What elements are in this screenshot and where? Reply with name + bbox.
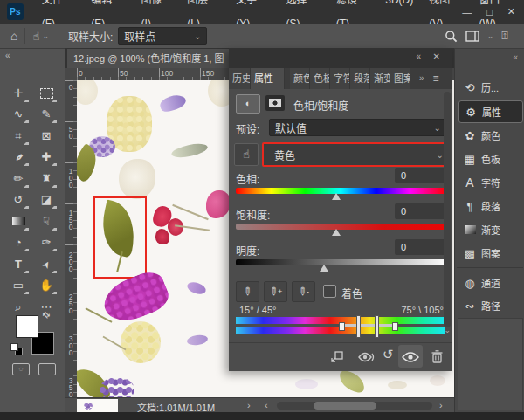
collapse-toolbar-icon[interactable]: « [5,51,10,60]
tool-preset-caret-icon[interactable]: ⌄ [42,31,49,40]
path-selection-tool[interactable]: ➤ [35,255,58,274]
range-inner-left-handle[interactable] [356,315,361,338]
sample-size-dropdown[interactable]: 取样点 ⌄ [118,27,207,45]
dock-item-character[interactable]: A 字符 [458,172,521,193]
collapse-panel-icon[interactable]: « [416,52,421,61]
flower-white-peony [119,159,155,199]
lightness-slider[interactable] [236,259,445,265]
shape-tool[interactable]: ▭ [7,276,30,295]
dock-item-history[interactable]: ⟲ 历... [458,77,521,98]
foreground-color-swatch[interactable] [16,315,38,338]
preset-dropdown[interactable]: 默认值 ⌄ [269,119,447,136]
frame-tool[interactable]: ⊠ [35,127,58,146]
crop-tool[interactable]: ⌗ [7,127,30,146]
empty-dock-panel [458,318,523,410]
saturation-slider[interactable] [236,224,445,230]
horizontal-scrollbar-thumb[interactable] [314,402,376,410]
brush-tool[interactable]: ✏ [7,169,30,189]
eyedropper-add-icon[interactable]: ✐+ [264,281,287,302]
hue-value-field[interactable]: 0 [395,168,450,183]
range-outer-right-handle[interactable] [392,322,398,331]
eyedropper-tool-preset-icon[interactable]: ☝ [32,30,39,43]
delete-icon[interactable] [431,350,443,363]
eyedropper-sample-icon[interactable]: ✐ [236,281,259,302]
layer-mask-icon[interactable] [265,95,285,111]
targeted-adjustment-icon[interactable]: ☝ [234,143,259,166]
range-inner-right-handle[interactable] [375,315,379,338]
maximize-button[interactable]: □ [486,7,493,17]
tab-paragraph[interactable]: 段落 [350,68,370,89]
healing-brush-tool[interactable]: ✚ [35,148,58,167]
clip-to-layer-icon[interactable] [330,351,343,362]
dock-item-channels[interactable]: ◍ 通道 [458,272,521,293]
panel-scrollbar[interactable] [444,92,451,327]
hue-slider-thumb[interactable] [332,193,341,200]
lightness-value-field[interactable]: 0 [395,239,450,255]
share-icon[interactable]: ⍐ [501,29,508,43]
tab-overflow-icon[interactable]: » [419,68,424,89]
channel-dropdown[interactable]: 黄色 ⌄ [262,142,451,167]
horizontal-scrollbar[interactable] [277,402,432,410]
adjustment-layer-icon[interactable]: ◐ [236,94,260,114]
workspace-caret-icon[interactable]: ⌄ [487,31,494,40]
move-tool[interactable]: ✛ [7,84,30,103]
dock-item-paths[interactable]: ∾ 路径 [458,295,521,316]
lightness-slider-thumb[interactable] [320,265,328,272]
range-outer-left-handle[interactable] [339,322,345,331]
smudge-tool[interactable]: ☟ [35,212,58,231]
hue-slider[interactable] [236,188,445,194]
gradient-tool[interactable] [7,212,30,231]
tab-color[interactable]: 颜色 [290,68,310,89]
home-icon[interactable]: ⌂ [10,29,17,43]
quick-selection-tool[interactable]: ✎ [35,105,58,124]
right-dock: « ⟲ 历... ⚙ 属性 ✿ 颜色 ▦ 色板 A 字符 ¶ 段落 渐变 [454,48,524,413]
workspace-icon[interactable] [465,31,479,42]
reset-icon[interactable]: ↺ [383,347,394,362]
minimize-button[interactable]: — [462,7,472,17]
dodge-tool[interactable]: ◔ [7,233,30,252]
close-panel-icon[interactable]: ✕ [433,52,440,61]
type-tool[interactable]: T [7,255,30,274]
panel-scroll-down-icon[interactable]: ⌄ [444,326,451,334]
dock-item-paragraph[interactable]: ¶ 段落 [458,196,521,217]
tab-swatches[interactable]: 色板 [310,68,330,89]
tab-properties[interactable]: 属性 [251,68,285,89]
dock-item-swatches[interactable]: ▦ 色板 [458,148,521,169]
colorize-checkbox[interactable] [323,285,336,298]
zoom-tool[interactable]: ⌕ [7,298,30,317]
close-button[interactable]: ✕ [507,6,515,17]
dock-item-properties[interactable]: ⚙ 属性 [458,100,523,123]
panel-menu-icon[interactable]: ≡ [433,68,439,89]
dock-item-patterns[interactable]: ▩ 图案 [458,243,521,264]
marquee-tool[interactable] [35,84,58,103]
pen-tool[interactable]: ✑ [35,233,58,252]
tab-gradients[interactable]: 渐变 [370,68,390,89]
default-colors-icon[interactable] [10,343,18,351]
eyedropper-subtract-icon[interactable]: ✐- [292,281,315,302]
document-tab[interactable]: 12.jpeg @ 100% (色相/饱和度 1, 图 [67,49,242,68]
search-icon[interactable] [445,30,458,43]
saturation-slider-thumb[interactable] [332,229,341,236]
visibility-button[interactable] [398,345,423,368]
status-expand-icon[interactable]: › [247,400,251,410]
options-bar: ⌂ ☝ ⌄ 取样大小: 取样点 ⌄ ⌄ ⍐ [0,24,524,49]
quick-mask-mode-icon[interactable]: ◌ [12,363,30,375]
scroll-right-icon[interactable]: › [439,400,443,410]
previous-state-icon[interactable] [358,352,375,362]
hand-tool[interactable]: ✋ [35,276,58,295]
collapse-dock-icon[interactable]: « [513,52,518,62]
tab-patterns[interactable]: 图案 [390,68,410,89]
dock-item-color[interactable]: ✿ 颜色 [458,125,521,146]
lasso-tool[interactable]: ∿ [7,105,30,124]
eyedropper-tool[interactable]: ✒ [7,148,30,167]
history-brush-tool[interactable]: ↺ [7,190,30,210]
dock-item-gradients[interactable]: 渐变 [458,219,521,240]
eraser-tool[interactable]: ◪ [35,190,58,210]
screen-mode-icon[interactable] [38,363,56,375]
saturation-value-field[interactable]: 0 [395,203,450,219]
tab-history[interactable]: 历史 [229,68,251,89]
tab-character[interactable]: 字符 [330,68,350,89]
scroll-left-icon[interactable]: ‹ [265,400,268,410]
clone-stamp-tool[interactable]: ♜ [35,169,58,189]
photoshop-logo-icon[interactable]: Ps [7,3,24,20]
